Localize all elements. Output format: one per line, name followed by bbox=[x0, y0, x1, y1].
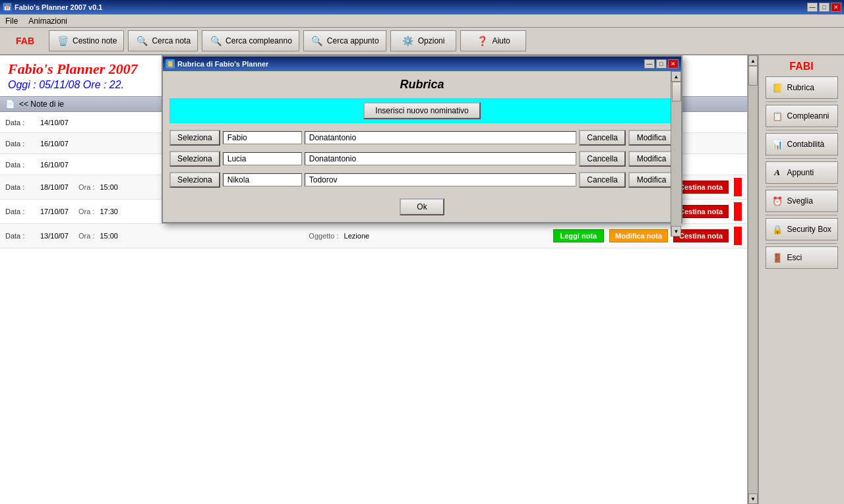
contact-last-2: Todorov bbox=[305, 173, 577, 186]
contact-first-1: Lucia bbox=[223, 152, 302, 165]
main-layout: Fabio's Planner 2007 Oggi : 05/11/08 Ore… bbox=[0, 55, 844, 504]
contact-row-0: Seleziona Fabio Donatantonio Cancella Mo… bbox=[169, 130, 675, 146]
opzioni-icon: ⚙️ bbox=[402, 34, 415, 47]
fab-logo: FAB bbox=[5, 36, 45, 46]
minimize-button[interactable]: — bbox=[807, 3, 818, 12]
sidebar-rubrica-button[interactable]: 📒 Rubrica bbox=[766, 76, 838, 99]
rubrica-dialog: 📒 Rubrica di Fabio's Planner — □ ✕ Rubri… bbox=[162, 55, 682, 223]
sidebar-divider-3 bbox=[766, 158, 837, 159]
cancella-btn-2[interactable]: Cancella bbox=[579, 172, 626, 188]
sidebar-esci-button[interactable]: 🚪 Esci bbox=[766, 246, 838, 269]
inserisci-nominativo-button[interactable]: Inserisci nuovo nominativo bbox=[363, 102, 480, 119]
dialog-title-bar: 📒 Rubrica di Fabio's Planner — □ ✕ bbox=[163, 57, 681, 71]
cestino-note-button[interactable]: 🗑️ Cestino note bbox=[49, 30, 124, 51]
seleziona-btn-2[interactable]: Seleziona bbox=[169, 172, 220, 188]
contact-last-0: Donatantonio bbox=[305, 131, 577, 144]
modifica-btn-1[interactable]: Modifica bbox=[628, 151, 675, 167]
app-icon: 📅 bbox=[3, 3, 12, 12]
main-scroll-thumb[interactable] bbox=[748, 66, 758, 86]
modifica-btn-2[interactable]: Modifica bbox=[628, 172, 675, 188]
cestino-icon: 🗑️ bbox=[56, 34, 69, 47]
sidebar-divider-4 bbox=[766, 186, 837, 187]
appunti-icon: A bbox=[771, 167, 783, 179]
title-bar: 📅 Fabio's Planner 2007 v0.1 — □ ✕ bbox=[0, 0, 844, 14]
aiuto-button[interactable]: ❓ Aiuto bbox=[460, 30, 526, 51]
dialog-minimize-button[interactable]: — bbox=[644, 59, 655, 69]
seleziona-btn-1[interactable]: Seleziona bbox=[169, 151, 220, 167]
menu-bar: File Animazioni bbox=[0, 14, 844, 28]
cerca-compleanno-icon: 🔍 bbox=[209, 34, 222, 47]
close-button[interactable]: ✕ bbox=[831, 3, 841, 12]
title-bar-left: 📅 Fabio's Planner 2007 v0.1 bbox=[3, 3, 102, 12]
dialog-controls: — □ ✕ bbox=[644, 59, 678, 69]
contact-first-2: Nikola bbox=[223, 173, 302, 186]
dialog-cyan-bar: Inserisci nuovo nominativo bbox=[169, 98, 675, 123]
dialog-maximize-button[interactable]: □ bbox=[656, 59, 667, 69]
modifica-btn-0[interactable]: Modifica bbox=[628, 130, 675, 146]
sidebar-appunti-button[interactable]: A Appunti bbox=[766, 161, 838, 184]
opzioni-button[interactable]: ⚙️ Opzioni bbox=[390, 30, 456, 51]
sidebar-compleanni-button[interactable]: 📋 Compleanni bbox=[766, 105, 838, 127]
dialog-scrollbar[interactable]: ▲ ▼ bbox=[671, 71, 681, 237]
cerca-appunto-button[interactable]: 🔍 Cerca appunto bbox=[303, 30, 386, 51]
cancella-btn-0[interactable]: Cancella bbox=[579, 130, 626, 146]
seleziona-btn-0[interactable]: Seleziona bbox=[169, 130, 220, 146]
contabilita-icon: 📊 bbox=[771, 138, 783, 150]
dialog-title-left: 📒 Rubrica di Fabio's Planner bbox=[166, 59, 268, 69]
security-icon: 🔒 bbox=[771, 223, 783, 235]
dialog-heading: Rubrica bbox=[169, 78, 675, 92]
main-scroll-up[interactable]: ▲ bbox=[748, 55, 758, 66]
cerca-appunto-icon: 🔍 bbox=[311, 34, 324, 47]
cancella-btn-1[interactable]: Cancella bbox=[579, 151, 626, 167]
left-content: Fabio's Planner 2007 Oggi : 05/11/08 Ore… bbox=[0, 55, 748, 504]
menu-animazioni[interactable]: Animazioni bbox=[26, 16, 70, 26]
scroll-thumb[interactable] bbox=[672, 82, 681, 101]
main-scroll-track bbox=[748, 66, 758, 493]
right-sidebar: FABI 📒 Rubrica 📋 Compleanni 📊 Contabilit… bbox=[758, 55, 844, 504]
maximize-button[interactable]: □ bbox=[819, 3, 829, 12]
sidebar-contabilita-button[interactable]: 📊 Contabilità bbox=[766, 133, 838, 155]
cerca-nota-button[interactable]: 🔍 Cerca nota bbox=[128, 30, 198, 51]
esci-icon: 🚪 bbox=[771, 252, 783, 264]
contact-row-2: Seleziona Nikola Todorov Cancella Modifi… bbox=[169, 172, 675, 188]
main-scrollbar[interactable]: ▲ ▼ bbox=[748, 55, 758, 504]
sidebar-divider-1 bbox=[766, 101, 837, 102]
dialog-overlay: 📒 Rubrica di Fabio's Planner — □ ✕ Rubri… bbox=[0, 55, 747, 504]
cerca-compleanno-button[interactable]: 🔍 Cerca compleanno bbox=[202, 30, 299, 51]
cerca-nota-icon: 🔍 bbox=[135, 34, 148, 47]
sidebar-logo: FABI bbox=[789, 61, 813, 72]
sidebar-divider-2 bbox=[766, 130, 837, 130]
menu-file[interactable]: File bbox=[3, 16, 20, 26]
sidebar-divider-5 bbox=[766, 215, 837, 215]
main-scroll-down[interactable]: ▼ bbox=[748, 493, 758, 504]
scroll-track bbox=[671, 82, 681, 226]
title-bar-controls: — □ ✕ bbox=[807, 3, 841, 12]
scroll-up-btn[interactable]: ▲ bbox=[671, 71, 681, 82]
app-title: Fabio's Planner 2007 v0.1 bbox=[15, 3, 102, 11]
sidebar-divider-6 bbox=[766, 243, 837, 244]
dialog-close-button[interactable]: ✕ bbox=[668, 59, 678, 69]
scroll-down-btn[interactable]: ▼ bbox=[671, 226, 681, 237]
dialog-body: Rubrica Inserisci nuovo nominativo Selez… bbox=[163, 71, 681, 222]
contact-first-0: Fabio bbox=[223, 131, 302, 144]
rubrica-icon: 📒 bbox=[771, 82, 783, 94]
compleanni-icon: 📋 bbox=[771, 110, 783, 122]
contact-row-1: Seleziona Lucia Donatantonio Cancella Mo… bbox=[169, 151, 675, 167]
contact-last-1: Donatantonio bbox=[305, 152, 577, 165]
ok-button[interactable]: Ok bbox=[400, 198, 444, 215]
sidebar-sveglia-button[interactable]: ⏰ Sveglia bbox=[766, 190, 838, 212]
dialog-title-text: Rubrica di Fabio's Planner bbox=[177, 60, 268, 68]
sidebar-security-button[interactable]: 🔒 Security Box bbox=[766, 218, 838, 240]
aiuto-icon: ❓ bbox=[475, 34, 489, 47]
sveglia-icon: ⏰ bbox=[771, 195, 783, 207]
dialog-icon: 📒 bbox=[166, 59, 175, 69]
toolbar: FAB 🗑️ Cestino note 🔍 Cerca nota 🔍 Cerca… bbox=[0, 28, 844, 55]
dialog-ok-area: Ok bbox=[169, 198, 675, 215]
